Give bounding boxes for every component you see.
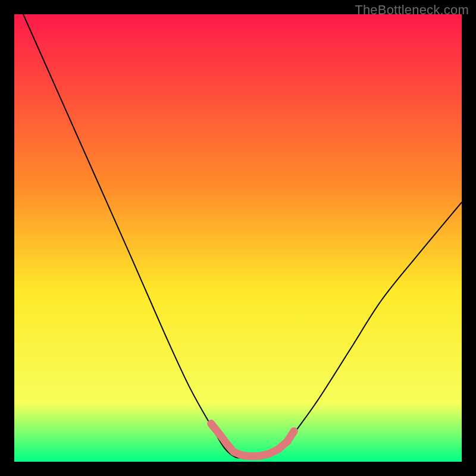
chart-frame: TheBottleneck.com bbox=[0, 0, 476, 476]
plot-area bbox=[14, 14, 462, 462]
highlight-dot bbox=[216, 431, 224, 439]
chart-svg bbox=[14, 14, 462, 462]
highlight-dot bbox=[207, 420, 215, 428]
highlight-dot bbox=[290, 427, 298, 435]
highlight-dot bbox=[283, 438, 291, 446]
gradient-background bbox=[14, 14, 462, 462]
